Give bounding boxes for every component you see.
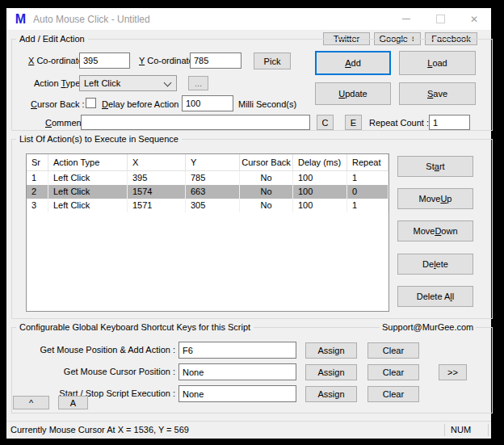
table-cell: No (240, 199, 293, 212)
column-header[interactable]: Sr (27, 154, 48, 170)
maximize-button[interactable] (426, 8, 454, 30)
shortcut-start-stop-input[interactable] (178, 385, 296, 402)
table-cell: 1 (347, 199, 388, 212)
column-header[interactable]: Action Type (48, 154, 128, 170)
cursor-back-label: Cursor Back : (31, 99, 85, 109)
action-type-select[interactable]: Left Click (79, 75, 177, 91)
clear-cursor-position-button[interactable]: Clear (368, 364, 419, 380)
table-cell: Left Click (48, 171, 128, 185)
close-icon: ✕ (470, 15, 478, 24)
delete-all-button[interactable]: Delete All (397, 286, 473, 307)
column-header[interactable]: Cursor Back (240, 154, 293, 170)
assign-cursor-position-button[interactable]: Assign (305, 364, 357, 380)
more-options-button[interactable]: ... (188, 76, 208, 90)
y-coordinate-input[interactable] (190, 52, 242, 69)
clear-add-action-button[interactable]: Clear (368, 342, 419, 359)
status-separator (488, 424, 489, 436)
add-button[interactable]: Add (315, 51, 391, 75)
table-cell: Left Click (48, 199, 128, 212)
window-title: Auto Mouse Click - Untitled (33, 14, 150, 25)
action-list-group-label: List Of Action(s) to Execute in Sequence (16, 134, 182, 145)
cursor-back-checkbox[interactable] (86, 98, 96, 108)
shortcut-add-action-label: Get Mouse Position & Add Action : (13, 345, 175, 355)
column-header[interactable]: Repeat (347, 154, 388, 170)
support-email-label: Support@MurGee.com (380, 322, 476, 332)
table-cell: 1574 (128, 185, 186, 199)
update-button[interactable]: Update (315, 82, 391, 105)
assign-add-action-button[interactable]: Assign (305, 342, 357, 359)
chevron-down-icon (164, 79, 172, 87)
e-button[interactable]: E (345, 115, 362, 130)
action-row[interactable]: 2Left Click1574663No1000 (27, 185, 388, 199)
table-cell: 100 (293, 171, 347, 185)
column-header[interactable]: Delay (ms) (293, 154, 347, 170)
shortcut-cursor-position-input[interactable] (178, 363, 296, 380)
app-logo-icon: M (14, 12, 27, 26)
add-edit-action-group-label: Add / Edit Action (16, 34, 88, 44)
action-type-value: Left Click (84, 78, 120, 88)
c-button[interactable]: C (317, 115, 334, 130)
save-button[interactable]: Save (399, 82, 476, 105)
delay-before-action-label: Delay before Action : (102, 99, 184, 109)
minimize-icon (402, 19, 410, 19)
table-cell: 1 (27, 171, 48, 185)
column-header[interactable]: X (128, 154, 186, 170)
repeat-count-label: Repeat Count : (369, 118, 429, 128)
repeat-count-input[interactable] (429, 115, 470, 130)
maximize-icon (436, 15, 445, 23)
clear-start-stop-button[interactable]: Clear (368, 386, 419, 402)
table-cell: Left Click (48, 185, 128, 199)
table-cell: No (240, 185, 293, 199)
delay-unit-label: Milli Second(s) (238, 99, 296, 109)
delay-input[interactable] (182, 95, 233, 111)
table-cell: No (240, 171, 293, 185)
table-cell: 663 (186, 185, 240, 199)
a-button[interactable]: A (58, 396, 88, 409)
table-cell: 2 (27, 185, 48, 199)
shortcut-add-action-input[interactable] (178, 342, 296, 359)
action-table-body: 1Left Click395785No10012Left Click157466… (27, 171, 388, 212)
caret-button[interactable]: ^ (13, 396, 49, 409)
table-cell: 1571 (128, 199, 186, 212)
status-text: Currently Mouse Cursor At X = 1536, Y = … (10, 425, 189, 435)
table-cell: 305 (186, 199, 240, 212)
action-table: SrAction TypeXYCursor BackDelay (ms)Repe… (26, 153, 389, 312)
close-button[interactable]: ✕ (460, 8, 488, 30)
column-header[interactable]: Y (186, 154, 240, 170)
more-shortcuts-button[interactable]: >> (439, 364, 467, 380)
action-table-header: SrAction TypeXYCursor BackDelay (ms)Repe… (27, 154, 388, 171)
table-cell: 785 (186, 171, 240, 185)
table-cell: 1 (347, 171, 388, 185)
start-button[interactable]: Start (397, 156, 473, 177)
comment-input[interactable] (81, 115, 310, 130)
table-cell: 100 (293, 199, 347, 212)
table-cell: 3 (27, 199, 48, 212)
move-up-button[interactable]: Move Up (397, 188, 473, 209)
app-window: M Auto Mouse Click - Untitled ✕ Twitter … (6, 8, 491, 439)
action-row[interactable]: 1Left Click395785No1001 (27, 171, 388, 185)
load-button[interactable]: Load (399, 51, 476, 75)
shortcut-cursor-position-label: Get Mouse Cursor Position : (13, 367, 175, 376)
assign-start-stop-button[interactable]: Assign (305, 386, 357, 402)
shortcuts-group-label: Configurable Global Keyboard Shortcut Ke… (16, 322, 254, 333)
action-row[interactable]: 3Left Click1571305No1001 (27, 199, 388, 212)
status-separator (444, 424, 445, 436)
title-bar: M Auto Mouse Click - Untitled ✕ (6, 8, 491, 31)
num-lock-indicator: NUM (451, 425, 471, 435)
status-bar: Currently Mouse Cursor At X = 1536, Y = … (6, 421, 491, 439)
table-cell: 395 (128, 171, 186, 185)
table-cell: 100 (293, 185, 347, 199)
move-down-button[interactable]: Move Down (397, 220, 473, 241)
pick-button[interactable]: Pick (254, 52, 291, 69)
delete-button[interactable]: Delete (397, 254, 473, 275)
table-cell: 0 (347, 185, 388, 199)
action-type-label: Action Type : (34, 78, 85, 88)
minimize-button[interactable] (393, 8, 420, 30)
x-coordinate-input[interactable] (79, 52, 130, 69)
